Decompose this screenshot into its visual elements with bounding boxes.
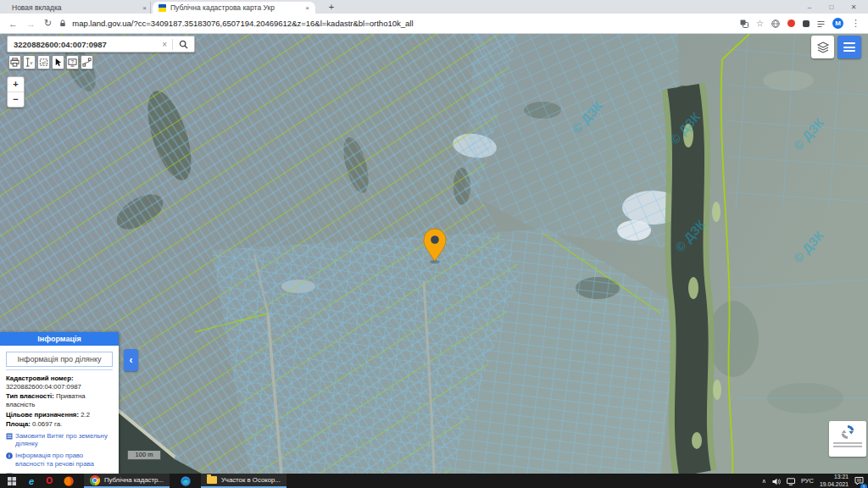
search-input[interactable] bbox=[8, 39, 157, 50]
menu-dots-icon[interactable]: ⋮ bbox=[851, 19, 860, 28]
svg-text:?: ? bbox=[71, 59, 75, 64]
taskbar-task-folder[interactable]: Участок в Осокор... bbox=[201, 474, 287, 488]
system-tray: ∧ РУС 13:21 19.04.2021 1 bbox=[762, 474, 864, 488]
tab-close-icon[interactable]: × bbox=[302, 4, 309, 12]
lock-icon bbox=[59, 19, 66, 27]
clock[interactable]: 13:21 19.04.2021 bbox=[820, 474, 849, 487]
link-order-extract[interactable]: Замовити Витяг про земельну ділянку bbox=[6, 432, 113, 448]
divider bbox=[6, 369, 113, 370]
map-toolbar: v v² ? bbox=[8, 55, 93, 69]
url-text[interactable]: map.land.gov.ua/?cc=3409187.35183076,650… bbox=[72, 19, 413, 28]
parcel-info-title: Інформація про ділянку bbox=[6, 352, 113, 367]
measure-length-button[interactable]: v bbox=[23, 55, 36, 69]
window-maximize-button[interactable]: □ bbox=[821, 3, 843, 11]
tab-title: Публічна кадастрова карта Укр bbox=[170, 3, 302, 12]
route-polyline-button[interactable] bbox=[81, 55, 93, 69]
map-viewport[interactable]: © ДЗК © ДЗК © ДЗК © ДЗК © ДЗК × v v² bbox=[0, 34, 868, 474]
new-tab-button[interactable]: + bbox=[326, 2, 337, 14]
identify-info-button[interactable]: ? bbox=[66, 55, 79, 69]
info-panel: Інформація Інформація про ділянку Кадаст… bbox=[0, 332, 119, 474]
info-circle-icon: i bbox=[6, 452, 13, 459]
svg-text:v²: v² bbox=[42, 60, 46, 65]
network-icon[interactable] bbox=[787, 474, 795, 488]
circular-arrows-icon bbox=[839, 424, 856, 441]
panel-collapse-button[interactable]: ‹ bbox=[124, 349, 138, 371]
tab-close-icon[interactable]: × bbox=[139, 4, 147, 12]
field-ownership-type: Тип власності: Приватна власність bbox=[6, 392, 113, 409]
action-center-icon[interactable]: 1 bbox=[854, 474, 864, 488]
field-area: Площа: 0.0697 га. bbox=[6, 420, 113, 429]
folder-icon bbox=[207, 476, 217, 484]
forward-icon[interactable]: → bbox=[26, 19, 36, 29]
back-icon[interactable]: ← bbox=[8, 19, 18, 29]
window-minimize-button[interactable]: – bbox=[798, 3, 821, 11]
language-indicator[interactable]: РУС bbox=[801, 477, 814, 485]
task-label: Публічна кадастр... bbox=[104, 476, 164, 484]
browser-address-bar: ← → ↻ map.land.gov.ua/?cc=3409187.351830… bbox=[0, 14, 868, 34]
field-purpose: Цільове призначення: 2.2 bbox=[6, 411, 113, 419]
volume-icon[interactable] bbox=[772, 474, 781, 488]
map-scale-bar: 100 m bbox=[127, 451, 161, 460]
browser-tab-strip: Новая вкладка × Публічна кадастрова карт… bbox=[0, 0, 868, 14]
task-label: Участок в Осокор... bbox=[221, 476, 281, 484]
firefox-icon[interactable] bbox=[64, 476, 74, 486]
layers-button[interactable] bbox=[811, 36, 834, 58]
list-extension-icon[interactable] bbox=[817, 16, 825, 31]
ukraine-flag-favicon bbox=[159, 4, 166, 12]
opera-icon[interactable]: O bbox=[46, 476, 53, 485]
link-ownership-rights[interactable]: i Інформація про право власності та речо… bbox=[6, 452, 113, 468]
translate-icon[interactable] bbox=[740, 16, 748, 31]
taskbar-task-chrome[interactable]: Публічна кадастр... bbox=[84, 474, 170, 488]
tab-title: Новая вкладка bbox=[12, 3, 139, 12]
windows-taskbar: e O Публічна кадастр... Участок в Осокор… bbox=[0, 474, 868, 488]
red-extension-icon[interactable] bbox=[787, 19, 795, 27]
notification-badge: 1 bbox=[860, 484, 867, 488]
document-icon bbox=[6, 433, 13, 440]
zoom-in-button[interactable]: + bbox=[8, 77, 24, 92]
window-close-button[interactable]: ✕ bbox=[843, 3, 865, 11]
chrome-icon bbox=[90, 475, 100, 485]
edge-icon[interactable] bbox=[181, 476, 191, 486]
menu-button[interactable] bbox=[837, 36, 861, 58]
search-clear-icon[interactable]: × bbox=[157, 40, 172, 49]
start-button[interactable] bbox=[8, 477, 16, 485]
cadastral-search-box: × bbox=[7, 36, 195, 53]
window-controls: – □ ✕ bbox=[798, 0, 865, 14]
tab-new-tab[interactable]: Новая вкладка × bbox=[8, 2, 151, 14]
map-logo-widget[interactable] bbox=[829, 421, 866, 457]
zoom-out-button[interactable]: − bbox=[8, 92, 24, 107]
globe-extension-icon[interactable] bbox=[771, 16, 780, 31]
cursor-select-button[interactable] bbox=[52, 55, 64, 69]
measure-area-button[interactable]: v² bbox=[37, 55, 50, 69]
layers-icon bbox=[816, 41, 830, 54]
pinned-extension-icon[interactable] bbox=[803, 20, 810, 27]
bookmark-star-icon[interactable]: ☆ bbox=[756, 19, 764, 28]
tray-chevron-icon[interactable]: ∧ bbox=[762, 478, 766, 485]
print-button[interactable] bbox=[8, 55, 21, 69]
zoom-control: + − bbox=[7, 76, 25, 108]
field-cadastral-number: Кадастровий номер:3220882600:04:007:0987 bbox=[6, 374, 113, 391]
internet-explorer-icon[interactable]: e bbox=[29, 476, 34, 486]
tray-date: 19.04.2021 bbox=[820, 481, 849, 487]
tab-cadastral-map[interactable]: Публічна кадастрова карта Укр × bbox=[153, 2, 315, 14]
refresh-icon[interactable]: ↻ bbox=[44, 18, 52, 29]
info-panel-header[interactable]: Інформація bbox=[0, 332, 119, 346]
satellite-map[interactable]: © ДЗК © ДЗК © ДЗК © ДЗК © ДЗК bbox=[0, 34, 868, 474]
search-icon[interactable] bbox=[173, 40, 194, 49]
tray-time: 13:21 bbox=[834, 474, 849, 480]
profile-avatar[interactable]: M bbox=[832, 18, 843, 29]
svg-text:v: v bbox=[30, 60, 32, 65]
